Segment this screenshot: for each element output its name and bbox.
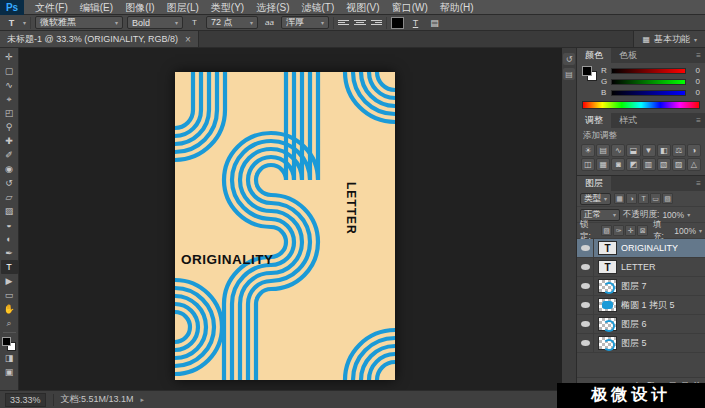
menubar-item[interactable]: 图层(L) xyxy=(161,0,205,15)
move-tool[interactable]: ✛ xyxy=(1,50,18,64)
posterize-icon[interactable]: ▥ xyxy=(642,158,656,171)
eye-icon[interactable] xyxy=(581,245,590,251)
poster-text-originality[interactable]: ORIGINALITY xyxy=(181,252,274,267)
foreground-background-swatches[interactable] xyxy=(2,337,16,351)
visibility-cell[interactable] xyxy=(577,334,594,352)
filter-pixel-icon[interactable]: ▦ xyxy=(614,193,625,204)
history-panel-icon[interactable]: ↺ xyxy=(563,53,575,65)
tab-layers[interactable]: 图层 xyxy=(577,176,611,191)
slider-value-R[interactable]: 0 xyxy=(689,66,700,75)
layer-thumbnail[interactable]: T xyxy=(598,260,617,274)
hue-saturation-icon[interactable]: ◧ xyxy=(657,144,671,157)
visibility-cell[interactable] xyxy=(577,277,594,295)
status-options-arrow-icon[interactable]: ▸ xyxy=(141,396,145,404)
slider-track-R[interactable] xyxy=(611,68,686,74)
photo-filter-icon[interactable]: ◫ xyxy=(581,158,595,171)
eraser-tool[interactable]: ▱ xyxy=(1,190,18,204)
color-spectrum-ramp[interactable] xyxy=(582,101,700,109)
lasso-tool[interactable]: ∿ xyxy=(1,78,18,92)
layer-thumbnail[interactable] xyxy=(598,298,617,312)
channel-mixer-icon[interactable]: ▦ xyxy=(596,158,610,171)
foreground-color-chip[interactable] xyxy=(2,337,11,346)
slider-value-G[interactable]: 0 xyxy=(689,77,700,86)
tab-样式[interactable]: 样式 xyxy=(611,113,645,128)
tool-preset-arrow-icon[interactable]: ▾ xyxy=(23,19,26,26)
properties-panel-icon[interactable]: ▤ xyxy=(563,68,575,80)
brightness-contrast-icon[interactable]: ☀ xyxy=(581,144,595,157)
font-size-select[interactable]: 72 点 ▾ xyxy=(206,16,258,29)
menubar-item[interactable]: 选择(S) xyxy=(250,0,295,15)
menubar-item[interactable]: 文件(F) xyxy=(29,0,74,15)
align-center-button[interactable] xyxy=(354,17,366,28)
poster-artboard[interactable]: ORIGINALITY LETTER xyxy=(175,72,395,380)
brush-tool[interactable]: ✐ xyxy=(1,148,18,162)
color-balance-icon[interactable]: ⚖ xyxy=(672,144,686,157)
layer-row[interactable]: 图层 5 xyxy=(577,334,705,353)
layer-thumbnail[interactable] xyxy=(598,336,617,350)
tab-调整[interactable]: 调整 xyxy=(577,113,611,128)
healing-brush-tool[interactable]: ✚ xyxy=(1,134,18,148)
font-style-select[interactable]: Bold ▾ xyxy=(127,16,183,29)
color-lookup-icon[interactable]: ◙ xyxy=(611,158,625,171)
layer-row[interactable]: TLETTER xyxy=(577,258,705,277)
warp-text-icon[interactable]: T xyxy=(408,16,423,29)
foreground-background-swatches[interactable] xyxy=(582,66,597,81)
canvas-area[interactable]: ORIGINALITY LETTER xyxy=(19,48,562,390)
panel-menu-icon[interactable]: ≡ xyxy=(692,176,705,191)
poster-text-letter[interactable]: LETTER xyxy=(344,182,358,235)
vibrance-icon[interactable]: ▼ xyxy=(642,144,656,157)
layer-row[interactable]: 图层 6 xyxy=(577,315,705,334)
panel-menu-icon[interactable]: ≡ xyxy=(692,48,705,63)
zoom-tool[interactable]: ⌕ xyxy=(1,316,18,330)
type-tool[interactable]: T xyxy=(1,260,18,274)
curves-icon[interactable]: ∿ xyxy=(611,144,625,157)
layer-thumbnail[interactable] xyxy=(598,279,617,293)
align-left-button[interactable] xyxy=(338,17,350,28)
fill-value[interactable]: 100% xyxy=(674,226,696,236)
blur-tool[interactable]: ◒ xyxy=(1,218,18,232)
menubar-item[interactable]: 编辑(E) xyxy=(74,0,119,15)
filter-smart-icon[interactable]: ▧ xyxy=(662,193,673,204)
menubar-item[interactable]: 滤镜(T) xyxy=(296,0,341,15)
layer-row[interactable]: 图层 7 xyxy=(577,277,705,296)
menubar-item[interactable]: 图像(I) xyxy=(119,0,160,15)
menubar-item[interactable]: 视图(V) xyxy=(340,0,385,15)
layer-thumbnail[interactable] xyxy=(598,317,617,331)
selective-color-icon[interactable]: △ xyxy=(687,158,701,171)
panel-menu-icon[interactable]: ≡ xyxy=(692,113,705,128)
visibility-cell[interactable] xyxy=(577,296,594,314)
layer-row[interactable]: TORIGINALITY xyxy=(577,239,705,258)
lock-all-icon[interactable]: ⊠ xyxy=(637,225,648,236)
tab-色板[interactable]: 色板 xyxy=(611,48,645,63)
text-color-swatch[interactable] xyxy=(391,17,404,29)
eyedropper-tool[interactable]: ⚲ xyxy=(1,120,18,134)
eye-icon[interactable] xyxy=(581,340,590,346)
levels-icon[interactable]: ▤ xyxy=(596,144,610,157)
quick-selection-tool[interactable]: ⌖ xyxy=(1,92,18,106)
close-icon[interactable]: × xyxy=(185,34,191,45)
layer-thumbnail[interactable]: T xyxy=(598,241,617,255)
hand-tool[interactable]: ✋ xyxy=(1,302,18,316)
screen-mode-button[interactable]: ▣ xyxy=(1,365,18,379)
zoom-level-field[interactable]: 33.33% xyxy=(5,393,46,407)
slider-value-B[interactable]: 0 xyxy=(689,88,700,97)
clone-stamp-tool[interactable]: ◉ xyxy=(1,162,18,176)
lock-transparent-icon[interactable]: ▨ xyxy=(601,225,612,236)
history-brush-tool[interactable]: ↺ xyxy=(1,176,18,190)
align-right-button[interactable] xyxy=(370,17,382,28)
visibility-cell[interactable] xyxy=(577,258,594,276)
exposure-icon[interactable]: ⬓ xyxy=(626,144,640,157)
path-selection-tool[interactable]: ▶ xyxy=(1,274,18,288)
workspace-switcher[interactable]: ▦ 基本功能 ▾ xyxy=(633,31,705,47)
rectangle-tool[interactable]: ▭ xyxy=(1,288,18,302)
filter-type-icon[interactable]: T xyxy=(638,193,649,204)
black-white-icon[interactable]: ◑ xyxy=(687,144,701,157)
dodge-tool[interactable]: ◐ xyxy=(1,232,18,246)
gradient-tool[interactable]: ▨ xyxy=(1,204,18,218)
eye-icon[interactable] xyxy=(581,264,590,270)
eye-icon[interactable] xyxy=(581,283,590,289)
filter-shape-icon[interactable]: ▭ xyxy=(650,193,661,204)
pen-tool[interactable]: ✒ xyxy=(1,246,18,260)
eye-icon[interactable] xyxy=(581,302,590,308)
eye-icon[interactable] xyxy=(581,321,590,327)
